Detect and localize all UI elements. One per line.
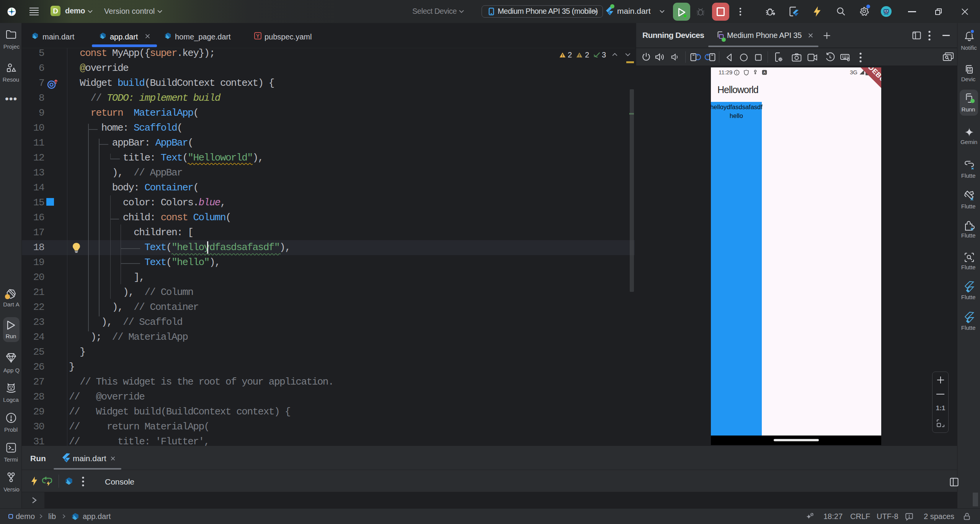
svg-text:A: A (763, 71, 766, 74)
